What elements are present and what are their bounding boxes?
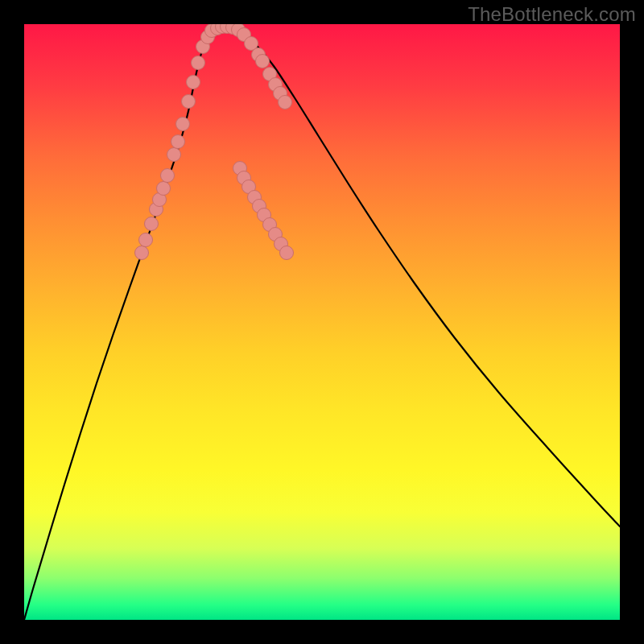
- data-dot: [182, 95, 196, 109]
- data-dot: [135, 246, 149, 260]
- data-dot: [256, 55, 270, 68]
- bottleneck-curve: [24, 27, 620, 620]
- data-dot: [280, 246, 294, 260]
- data-dot: [176, 118, 190, 131]
- data-dot: [192, 56, 205, 70]
- data-dot: [279, 96, 292, 109]
- data-dot: [145, 217, 159, 231]
- data-dot: [157, 182, 171, 196]
- watermark-label: TheBottleneck.com: [468, 3, 636, 26]
- data-dot: [171, 135, 185, 149]
- data-dot: [167, 148, 181, 162]
- data-dot: [187, 76, 200, 89]
- data-dot: [161, 169, 175, 183]
- plot-area: [24, 24, 620, 620]
- data-dot: [139, 233, 153, 247]
- chart-frame: TheBottleneck.com: [0, 0, 644, 644]
- curve-svg: [24, 24, 620, 620]
